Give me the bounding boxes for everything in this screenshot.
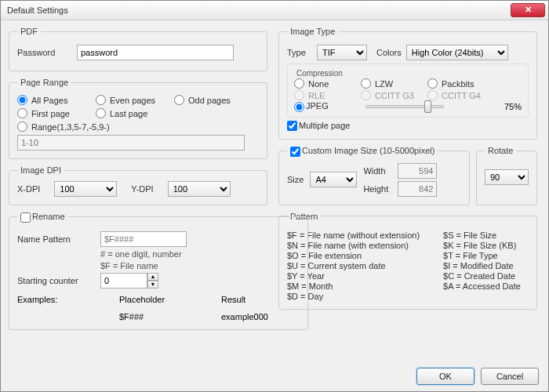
radio-lzw[interactable]: LZW [361,78,427,89]
rotate-group: Rotate 90 [476,146,537,205]
placeholder-header: Placeholder [119,295,198,304]
radio-ccittg3: CCITT G3 [361,90,427,100]
ok-button[interactable]: OK [416,368,474,385]
spin-down-icon[interactable]: ▼ [147,281,158,289]
radio-first-page-input[interactable] [17,108,27,118]
x-dpi-label: X-DPI [17,184,40,194]
type-select[interactable]: TIF [317,45,367,60]
dialog-window: Default Settings ✕ PDF Password Page Ran… [0,0,549,392]
pattern-i: $I = Modified Date [443,261,521,270]
pdf-legend: PDF [17,27,41,36]
radio-odd-pages-input[interactable] [174,95,184,105]
page-range-legend: Page Range [17,78,71,87]
rotate-legend: Rotate [485,146,516,155]
y-dpi-select[interactable]: 100 [168,181,231,197]
jpeg-quality-slider[interactable] [365,105,444,108]
type-label: Type [287,48,312,57]
page-range-options: All Pages Even pages Odd pages First pag… [17,93,259,120]
rotate-select[interactable]: 90 [485,169,529,185]
examples-row: Examples: Placeholder $F### Result examp… [17,295,300,321]
name-pattern-hint2: $F = File name [100,261,158,270]
radio-range-input[interactable] [17,122,27,132]
pattern-a: $A = Accessed Date [443,281,521,291]
radio-first-page[interactable]: First page [17,108,96,118]
radio-none-input[interactable] [294,78,304,89]
compression-legend: Compression [294,69,522,78]
size-label: Size [287,175,304,184]
slider-thumb[interactable] [424,100,431,113]
colors-select[interactable]: High Color (24bits) [406,45,508,60]
radio-packbits-input[interactable] [427,78,438,89]
width-input[interactable] [398,163,437,179]
radio-last-page-input[interactable] [96,108,106,118]
image-dpi-group: Image DPI X-DPI 100 Y-DPI 100 [9,165,267,205]
cancel-button[interactable]: Cancel [481,368,539,385]
password-input[interactable] [77,45,234,60]
image-dpi-legend: Image DPI [17,165,64,175]
jpeg-quality-value: 75% [504,102,522,111]
radio-even-pages[interactable]: Even pages [96,95,174,105]
radio-even-pages-input[interactable] [96,95,106,105]
right-column: Image Type Type TIF Colors High Color (2… [278,27,537,336]
radio-range[interactable]: Range(1,3,5-7,-5,9-) [17,122,135,132]
height-input[interactable] [398,181,437,197]
left-column: PDF Password Page Range All Pages Even p… [9,27,267,336]
radio-jpeg[interactable]: JPEG [294,101,361,112]
placeholder-value: $F### [119,312,198,321]
window-title: Default Settings [4,5,511,15]
x-dpi-select[interactable]: 100 [54,181,117,197]
titlebar: Default Settings ✕ [1,1,548,20]
image-type-group: Image Type Type TIF Colors High Color (2… [278,27,537,140]
radio-lzw-input[interactable] [361,78,371,89]
dialog-footer: OK Cancel [416,368,539,385]
name-pattern-label: Name Pattern [17,234,96,244]
close-button[interactable]: ✕ [511,3,545,17]
radio-all-pages[interactable]: All Pages [17,95,96,105]
page-range-group: Page Range All Pages Even pages Odd page… [9,78,267,159]
name-pattern-input[interactable] [100,231,187,247]
multiple-page-checkbox[interactable]: Multiple page [287,121,350,130]
radio-ccittg4: CCITT G4 [427,90,494,100]
rename-group: Rename Name Pattern # = one digit, numbe… [9,212,308,330]
radio-all-pages-input[interactable] [17,95,27,105]
rename-legend[interactable]: Rename [17,212,68,223]
pdf-group: PDF Password [9,27,267,71]
radio-none[interactable]: None [294,78,361,89]
pattern-s: $S = File Size [443,230,521,240]
radio-rle-input [294,90,304,100]
starting-counter-label: Starting counter [17,276,96,285]
name-pattern-hint1: # = one digit, number [100,249,182,259]
radio-rle: RLE [294,90,361,100]
rename-checkbox[interactable] [20,212,31,223]
result-header: Result [221,295,300,304]
pattern-k: $K = File Size (KB) [443,241,521,250]
password-label: Password [17,48,72,57]
starting-counter-input[interactable] [100,273,147,289]
starting-counter-spinner[interactable]: ▲▼ [100,273,158,289]
spin-up-icon[interactable]: ▲ [147,273,158,281]
range-input[interactable] [17,135,245,151]
pattern-t: $T = File Type [443,251,521,260]
width-label: Width [363,166,394,176]
radio-jpeg-input[interactable] [294,102,304,112]
image-size-legend[interactable]: Custom Image Size (10-5000pixel) [287,146,438,157]
radio-last-page[interactable]: Last page [96,108,174,118]
radio-ccittg4-input [427,90,438,100]
image-size-group: Custom Image Size (10-5000pixel) Size A4… [278,146,470,205]
multiple-page-input[interactable] [287,121,297,131]
size-select[interactable]: A4 [310,172,357,187]
colors-label: Colors [376,48,402,57]
image-type-legend: Image Type [287,27,338,36]
examples-label: Examples: [17,295,96,321]
result-value: example000 [221,312,300,321]
compression-group: Compression None LZW Packbits RLE CCITT … [287,64,529,118]
pattern-c: $C = Created Date [443,271,521,281]
content-area: PDF Password Page Range All Pages Even p… [1,20,548,343]
radio-odd-pages[interactable]: Odd pages [174,95,253,105]
custom-size-checkbox[interactable] [290,147,300,157]
radio-packbits[interactable]: Packbits [427,78,494,89]
pattern-help-group: Pattern $F = File name (without extensio… [278,212,537,310]
height-label: Height [363,184,394,194]
radio-ccittg3-input [361,90,371,100]
y-dpi-label: Y-DPI [131,184,153,194]
